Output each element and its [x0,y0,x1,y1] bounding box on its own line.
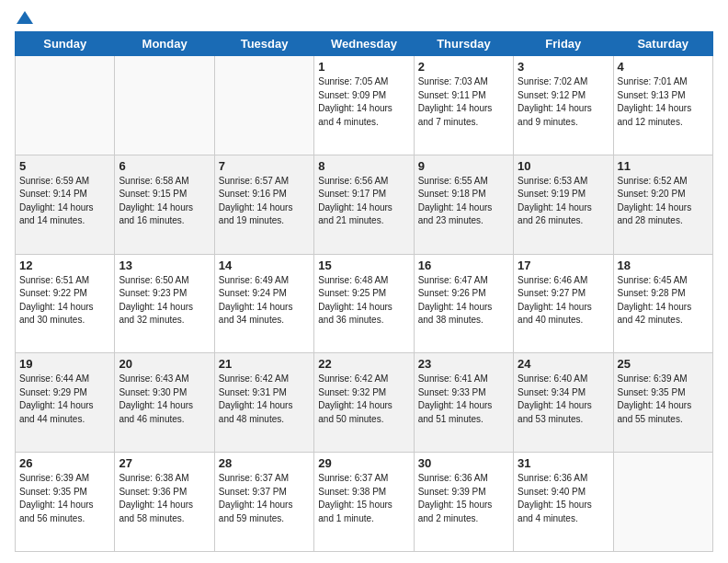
day-number: 19 [19,357,110,371]
calendar-cell: 10Sunrise: 6:53 AM Sunset: 9:19 PM Dayli… [514,155,613,254]
week-row-4: 19Sunrise: 6:44 AM Sunset: 9:29 PM Dayli… [16,353,713,453]
day-info: Sunrise: 7:01 AM Sunset: 9:13 PM Dayligh… [618,75,709,129]
calendar-cell: 26Sunrise: 6:39 AM Sunset: 9:35 PM Dayli… [16,453,115,552]
day-number: 5 [19,159,110,173]
calendar-cell: 17Sunrise: 6:46 AM Sunset: 9:27 PM Dayli… [514,254,613,353]
day-info: Sunrise: 6:46 AM Sunset: 9:27 PM Dayligh… [518,274,609,327]
day-info: Sunrise: 6:49 AM Sunset: 9:24 PM Dayligh… [219,274,310,327]
day-number: 23 [418,357,509,371]
day-number: 31 [518,456,609,470]
weekday-header-tuesday: Tuesday [214,32,313,56]
calendar-cell: 8Sunrise: 6:56 AM Sunset: 9:17 PM Daylig… [314,155,414,254]
svg-marker-0 [17,11,33,24]
day-number: 25 [618,357,709,371]
day-info: Sunrise: 6:42 AM Sunset: 9:32 PM Dayligh… [318,373,409,426]
calendar-cell: 2Sunrise: 7:03 AM Sunset: 9:11 PM Daylig… [414,56,513,155]
day-info: Sunrise: 6:55 AM Sunset: 9:18 PM Dayligh… [418,175,509,228]
day-info: Sunrise: 6:38 AM Sunset: 9:36 PM Dayligh… [119,472,210,525]
day-info: Sunrise: 6:51 AM Sunset: 9:22 PM Dayligh… [19,274,110,327]
calendar-cell: 21Sunrise: 6:42 AM Sunset: 9:31 PM Dayli… [214,353,313,453]
day-info: Sunrise: 6:48 AM Sunset: 9:25 PM Dayligh… [318,274,409,327]
day-number: 18 [618,259,709,272]
day-info: Sunrise: 7:02 AM Sunset: 9:12 PM Dayligh… [518,75,609,129]
calendar-table: SundayMondayTuesdayWednesdayThursdayFrid… [15,31,713,552]
day-info: Sunrise: 6:45 AM Sunset: 9:28 PM Dayligh… [618,274,709,327]
calendar-cell [115,56,214,155]
day-info: Sunrise: 6:57 AM Sunset: 9:16 PM Dayligh… [219,175,310,228]
day-number: 21 [219,357,310,371]
calendar-cell: 20Sunrise: 6:43 AM Sunset: 9:30 PM Dayli… [115,353,214,453]
calendar-cell: 3Sunrise: 7:02 AM Sunset: 9:12 PM Daylig… [514,56,613,155]
day-number: 9 [418,159,509,173]
day-info: Sunrise: 7:05 AM Sunset: 9:09 PM Dayligh… [318,75,409,129]
day-number: 15 [318,259,409,272]
calendar-cell [214,56,313,155]
calendar-cell: 19Sunrise: 6:44 AM Sunset: 9:29 PM Dayli… [16,353,115,453]
weekday-header-sunday: Sunday [16,32,115,56]
weekday-header-wednesday: Wednesday [314,32,414,56]
day-info: Sunrise: 6:47 AM Sunset: 9:26 PM Dayligh… [418,274,509,327]
day-info: Sunrise: 6:59 AM Sunset: 9:14 PM Dayligh… [19,175,110,228]
day-info: Sunrise: 6:56 AM Sunset: 9:17 PM Dayligh… [318,175,409,228]
calendar-cell: 27Sunrise: 6:38 AM Sunset: 9:36 PM Dayli… [115,453,214,552]
calendar-cell: 1Sunrise: 7:05 AM Sunset: 9:09 PM Daylig… [314,56,414,155]
day-number: 30 [418,456,509,470]
day-info: Sunrise: 6:44 AM Sunset: 9:29 PM Dayligh… [19,373,110,426]
day-number: 28 [219,456,310,470]
day-info: Sunrise: 7:03 AM Sunset: 9:11 PM Dayligh… [418,75,509,129]
calendar-cell: 24Sunrise: 6:40 AM Sunset: 9:34 PM Dayli… [514,353,613,453]
calendar-cell: 6Sunrise: 6:58 AM Sunset: 9:15 PM Daylig… [115,155,214,254]
calendar-cell: 29Sunrise: 6:37 AM Sunset: 9:38 PM Dayli… [314,453,414,552]
weekday-header-friday: Friday [514,32,613,56]
calendar-cell: 13Sunrise: 6:50 AM Sunset: 9:23 PM Dayli… [115,254,214,353]
day-number: 8 [318,159,409,173]
day-number: 4 [618,60,709,74]
day-number: 10 [518,159,609,173]
day-info: Sunrise: 6:36 AM Sunset: 9:40 PM Dayligh… [518,472,609,525]
day-info: Sunrise: 6:41 AM Sunset: 9:33 PM Dayligh… [418,373,509,426]
calendar-cell: 18Sunrise: 6:45 AM Sunset: 9:28 PM Dayli… [613,254,712,353]
day-number: 2 [418,60,509,74]
day-number: 20 [119,357,210,371]
day-number: 13 [119,259,210,272]
day-number: 22 [318,357,409,371]
day-number: 6 [119,159,210,173]
day-info: Sunrise: 6:43 AM Sunset: 9:30 PM Dayligh… [119,373,210,426]
day-info: Sunrise: 6:39 AM Sunset: 9:35 PM Dayligh… [19,472,110,525]
week-row-1: 1Sunrise: 7:05 AM Sunset: 9:09 PM Daylig… [16,56,713,155]
calendar-cell: 15Sunrise: 6:48 AM Sunset: 9:25 PM Dayli… [314,254,414,353]
logo-icon [17,11,33,24]
day-number: 24 [518,357,609,371]
calendar-cell: 9Sunrise: 6:55 AM Sunset: 9:18 PM Daylig… [414,155,513,254]
day-number: 27 [119,456,210,470]
day-info: Sunrise: 6:42 AM Sunset: 9:31 PM Dayligh… [219,373,310,426]
day-number: 16 [418,259,509,272]
day-info: Sunrise: 6:52 AM Sunset: 9:20 PM Dayligh… [618,175,709,228]
calendar-cell: 12Sunrise: 6:51 AM Sunset: 9:22 PM Dayli… [16,254,115,353]
day-number: 26 [19,456,110,470]
weekday-header-thursday: Thursday [414,32,513,56]
calendar-cell: 25Sunrise: 6:39 AM Sunset: 9:35 PM Dayli… [613,353,712,453]
week-row-5: 26Sunrise: 6:39 AM Sunset: 9:35 PM Dayli… [16,453,713,552]
calendar-cell [16,56,115,155]
day-info: Sunrise: 6:39 AM Sunset: 9:35 PM Dayligh… [618,373,709,426]
calendar-cell: 23Sunrise: 6:41 AM Sunset: 9:33 PM Dayli… [414,353,513,453]
day-number: 14 [219,259,310,272]
calendar-cell: 14Sunrise: 6:49 AM Sunset: 9:24 PM Dayli… [214,254,313,353]
weekday-header-monday: Monday [115,32,214,56]
calendar-cell: 31Sunrise: 6:36 AM Sunset: 9:40 PM Dayli… [514,453,613,552]
calendar-cell: 28Sunrise: 6:37 AM Sunset: 9:37 PM Dayli… [214,453,313,552]
calendar-cell: 22Sunrise: 6:42 AM Sunset: 9:32 PM Dayli… [314,353,414,453]
weekday-header-row: SundayMondayTuesdayWednesdayThursdayFrid… [16,32,713,56]
day-number: 29 [318,456,409,470]
day-number: 7 [219,159,310,173]
calendar-cell: 30Sunrise: 6:36 AM Sunset: 9:39 PM Dayli… [414,453,513,552]
day-info: Sunrise: 6:50 AM Sunset: 9:23 PM Dayligh… [119,274,210,327]
day-info: Sunrise: 6:36 AM Sunset: 9:39 PM Dayligh… [418,472,509,525]
day-number: 17 [518,259,609,272]
logo [15,11,33,24]
day-info: Sunrise: 6:37 AM Sunset: 9:38 PM Dayligh… [318,472,409,525]
calendar-cell: 16Sunrise: 6:47 AM Sunset: 9:26 PM Dayli… [414,254,513,353]
calendar-cell: 5Sunrise: 6:59 AM Sunset: 9:14 PM Daylig… [16,155,115,254]
day-info: Sunrise: 6:58 AM Sunset: 9:15 PM Dayligh… [119,175,210,228]
